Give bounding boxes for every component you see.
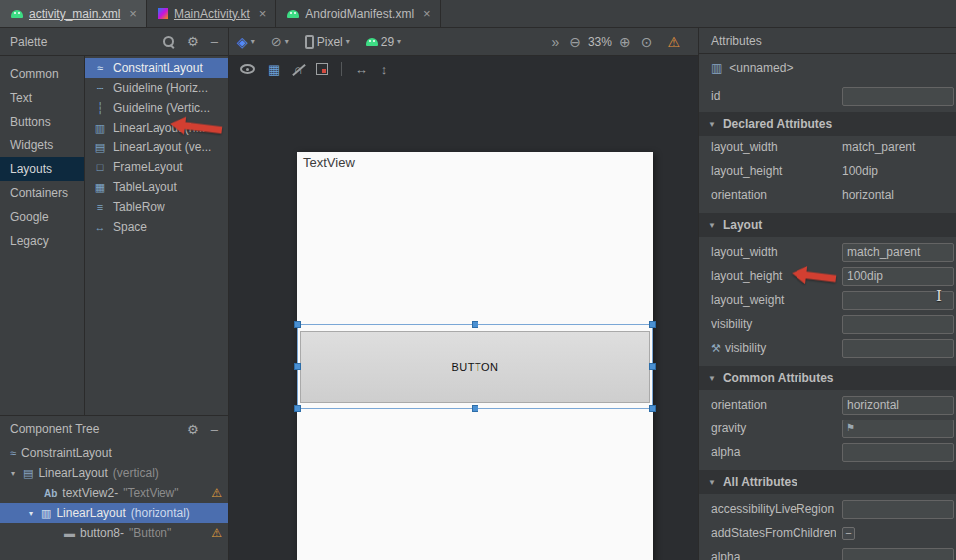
category-widgets[interactable]: Widgets [0,134,84,157]
minimize-icon[interactable]: ‒ [211,35,218,48]
distribute-vertical-icon[interactable]: ↕ [381,63,388,76]
view-options-icon[interactable] [240,64,255,74]
tab-androidmanifest-xml[interactable]: AndroidManifest.xml × [276,0,440,27]
tree-item-button8[interactable]: ▬ button8- "Button" ⚠ [0,523,228,543]
blueprint-grid-icon[interactable]: ▦ [268,63,280,76]
visibility-input[interactable] [842,315,954,334]
selection-handle[interactable] [649,321,656,328]
section-title: All Attributes [723,475,797,489]
attr-row-orientation: orientation [699,393,956,417]
gear-icon[interactable]: ⚙ [187,35,199,48]
category-containers[interactable]: Containers [0,181,84,205]
selection-handle[interactable] [294,363,301,370]
design-surface-selector[interactable]: ◈ ▾ [237,35,255,49]
layers-icon: ◈ [237,35,248,49]
attr-row-layout-width: layout_width [699,240,956,264]
close-icon[interactable]: × [129,7,137,20]
category-buttons[interactable]: Buttons [0,110,84,134]
zoom-level: 33% [588,35,612,49]
component-tablelayout[interactable]: ▦ TableLayout [85,177,228,197]
category-common[interactable]: Common [0,62,84,86]
gear-icon[interactable]: ⚙ [187,423,199,436]
overflow-icon[interactable]: » [551,35,559,49]
device-canvas[interactable]: TextView BUTTON [297,152,653,560]
gravity-input[interactable] [842,420,954,438]
tree-item-linearlayout-vertical[interactable]: ▾ ▤ LinearLayout (vertical) [0,463,228,483]
selection-handle[interactable] [472,405,478,412]
id-input[interactable] [842,87,954,106]
warning-icon[interactable]: ⚠ [211,526,222,540]
zoom-in-icon[interactable]: ⊕ [619,35,631,49]
component-tablerow[interactable]: ≡ TableRow [85,197,228,217]
component-guideline-vertical[interactable]: ┆ Guideline (Vertic... [85,98,228,118]
category-google[interactable]: Google [0,205,84,229]
section-header-layout[interactable]: ▼ Layout [699,213,956,237]
orientation-input[interactable] [842,396,954,415]
tree-item-linearlayout-horizontal[interactable]: ▾ ▥ LinearLayout (horizontal) [0,503,228,523]
close-icon[interactable]: × [423,7,431,20]
tree-item-textview2[interactable]: Ab textView2- "TextView" ⚠ [0,483,228,503]
attr-row-accessibilityliveregion: accessibilityLiveRegion [699,497,956,521]
layout-width-input[interactable] [842,243,954,262]
distribute-horizontal-icon[interactable]: ↔ [355,63,368,76]
attr-row-alpha: alpha [699,440,956,464]
tab-activity-main-xml[interactable]: activity_main.xml × [0,0,147,27]
android-studio-layout-editor: activity_main.xml × MainActivity.kt × An… [0,0,956,560]
canvas-textview[interactable]: TextView [303,155,355,170]
attr-label: layout_height [711,164,836,178]
canvas-button[interactable]: BUTTON [300,331,650,403]
selection-handle[interactable] [649,363,656,370]
component-framelayout[interactable]: □ FrameLayout [85,157,228,177]
tools-visibility-input[interactable] [842,339,954,358]
section-header-declared-attributes[interactable]: ▼ Declared Attributes [699,112,956,136]
api-level-selector[interactable]: 29 ▾ [366,35,401,49]
zoom-out-icon[interactable]: ⊖ [569,35,581,49]
attr-row-gravity: gravity ⚑ [699,417,956,440]
alpha-input[interactable] [842,443,954,462]
tree-item-constraintlayout[interactable]: ≈ ConstraintLayout [0,443,228,463]
category-layouts[interactable]: Layouts [0,157,84,181]
autoconnect-off-icon[interactable]: ∩ [293,63,302,76]
orientation-selector[interactable]: ⊘ ▾ [271,35,289,48]
tab-label: activity_main.xml [29,7,120,21]
search-icon[interactable] [163,36,175,48]
close-icon[interactable]: × [259,7,267,20]
zoom-fit-icon[interactable]: ⊙ [641,35,653,49]
layout-height-input[interactable] [842,267,954,286]
component-constraintlayout[interactable]: ≈ ConstraintLayout [85,58,228,78]
warning-icon[interactable]: ⚠ [211,486,222,500]
selection-handle[interactable] [649,405,656,412]
design-surface: ▦ ∩ ↔ ↕ TextView BUTTON [229,56,698,560]
section-header-common-attributes[interactable]: ▼ Common Attributes [699,366,956,390]
tree-item-suffix: (vertical) [113,466,159,480]
attr-label: accessibilityLiveRegion [711,502,836,516]
alpha-input[interactable] [842,548,954,560]
section-title: Layout [723,218,762,232]
device-selector[interactable]: Pixel ▾ [305,35,350,49]
component-space[interactable]: ↔ Space [85,217,228,237]
tablerow-icon: ≡ [93,201,107,213]
category-legacy[interactable]: Legacy [0,229,84,253]
component-linearlayout-vertical[interactable]: ▤ LinearLayout (ve... [85,138,228,157]
default-margins-icon[interactable] [316,63,328,75]
attr-label: alpha [711,550,836,560]
component-guideline-horizontal[interactable]: ┄ Guideline (Horiz... [85,78,228,98]
category-text[interactable]: Text [0,86,84,110]
linearlayout-horizontal-icon: ▥ [41,507,51,520]
palette-header: Palette ⚙ ‒ [0,28,229,56]
accessibilityliveregion-input[interactable] [842,500,954,519]
category-label: Buttons [10,115,51,129]
space-icon: ↔ [93,221,107,233]
selection-handle[interactable] [294,321,301,328]
selection-handle[interactable] [294,405,301,412]
wrench-icon: ⚒ [711,342,721,355]
expand-arrow-icon[interactable]: ▾ [8,469,18,478]
selected-linearlayout[interactable]: BUTTON [297,324,653,409]
selection-handle[interactable] [472,321,478,328]
warning-icon[interactable]: ⚠ [667,34,680,50]
section-header-all-attributes[interactable]: ▼ All Attributes [699,470,956,494]
expand-arrow-icon[interactable]: ▾ [26,509,36,518]
minimize-icon[interactable]: ‒ [211,423,218,436]
addstatesfromchildren-checkbox[interactable]: − [842,527,855,540]
tab-mainactivity-kt[interactable]: MainActivity.kt × [147,0,276,27]
